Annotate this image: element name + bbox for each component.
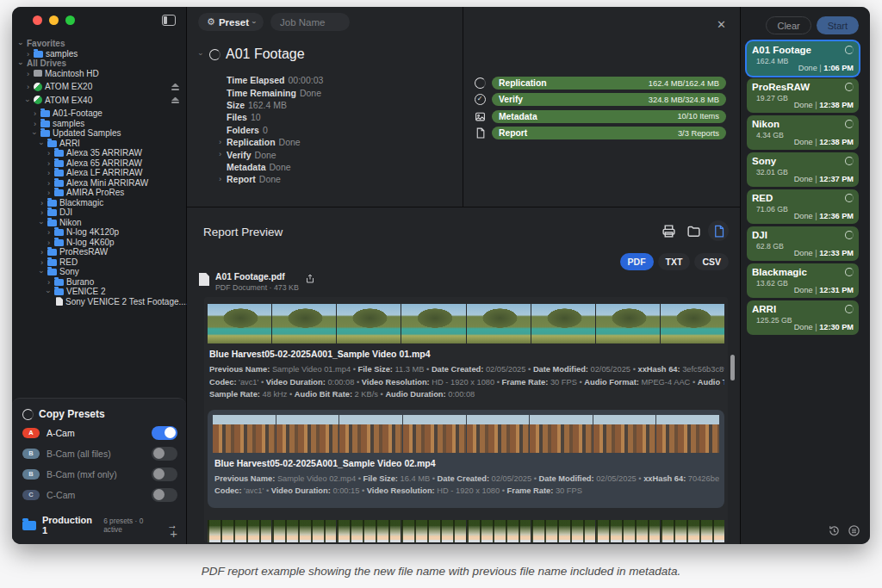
tree-item[interactable]: N-log 4K60p	[18, 238, 183, 248]
tab-pdf[interactable]: PDF	[620, 253, 654, 270]
report-file-row[interactable]: A01 Footage.pdf PDF Document · 473 KB	[199, 272, 315, 292]
add-preset-button[interactable]: +	[170, 527, 177, 540]
preset-menu-button[interactable]: ⚙ Preset ›	[198, 13, 264, 31]
job-card-a01-footage[interactable]: A01 Footage 162.4 MB Done1:06 PM	[747, 41, 859, 76]
tree-item[interactable]: RED	[18, 257, 183, 268]
detail-row-verify[interactable]: VerifyDone	[227, 148, 323, 160]
tree-item[interactable]: Sony	[18, 267, 183, 277]
tree-item[interactable]: ProResRAW	[18, 247, 183, 257]
tree-item-file[interactable]: Sony VENICE 2 Test Footage....	[18, 297, 183, 307]
file-icon	[56, 297, 63, 306]
job-name-input[interactable]	[270, 13, 350, 31]
detail-row-metadata: MetadataDone	[227, 161, 323, 173]
tree-item-atom-ex20[interactable]: ATOM EX20	[18, 82, 183, 92]
zoom-button[interactable]	[65, 15, 75, 25]
toggle-off[interactable]	[152, 447, 177, 461]
clip-block: Blue Harvest05-02-2025A001_Sample Video …	[208, 410, 724, 508]
detail-row-report[interactable]: ReportDone	[227, 173, 323, 185]
detail-row-replication[interactable]: ReplicationDone	[227, 136, 323, 148]
progress-bar: Verify324.8 MB/324.8 MB	[492, 93, 726, 106]
detail-row: Folders0	[227, 124, 323, 136]
chevron-right-icon	[39, 248, 45, 257]
menu-icon[interactable]	[848, 524, 860, 537]
tree-item[interactable]: N-log 4K120p	[18, 227, 183, 238]
job-card-sony[interactable]: Sony 32.01 GB Done12:37 PM	[747, 152, 859, 187]
report-preview-title: Report Preview	[203, 226, 283, 238]
toggle-off[interactable]	[152, 467, 177, 481]
preset-row-a-cam[interactable]: A A-Cam	[22, 424, 177, 441]
report-document-button[interactable]	[708, 220, 729, 241]
tree-item[interactable]: A01-Footage	[18, 108, 183, 119]
tree-item[interactable]: Nikon	[18, 218, 183, 228]
chevron-right-icon	[46, 149, 52, 158]
tree-item[interactable]: AMIRA ProRes	[18, 188, 183, 198]
job-card-red[interactable]: RED 71.06 GB Done12:36 PM	[747, 189, 859, 224]
progress-bar: Metadata10/10 Items	[492, 110, 726, 123]
progress-row: Report3/3 Reports	[474, 125, 726, 141]
tree-item[interactable]: ARRI	[18, 139, 183, 149]
tree-item[interactable]: samples	[18, 119, 183, 129]
tree-item[interactable]: Alexa LF ARRIRAW	[18, 168, 183, 178]
reveal-folder-button[interactable]	[683, 220, 704, 241]
tree-item-atom-ex40[interactable]: ATOM EX40	[18, 96, 183, 106]
preset-group-production[interactable]: Production 1 6 presets · 0 active →	[22, 515, 177, 535]
chevron-right-icon	[46, 179, 52, 188]
tree-item[interactable]: VENICE 2	[18, 287, 183, 297]
toggle-on[interactable]	[152, 426, 177, 440]
scrollbar-thumb[interactable]	[730, 355, 735, 381]
report-file-meta: PDF Document · 473 KB	[215, 283, 299, 292]
spinner-ring-icon	[845, 46, 854, 54]
tree-item[interactable]: Alexa 65 ARRIRAW	[18, 158, 183, 169]
close-button[interactable]	[33, 15, 42, 25]
tree-item[interactable]: Updated Samples	[18, 128, 183, 139]
job-card-dji[interactable]: DJI 62.8 GB Done12:33 PM	[747, 226, 859, 261]
preset-badge: C	[22, 490, 40, 500]
tree-item[interactable]: samples	[18, 49, 183, 59]
job-card-blackmagic[interactable]: Blackmagic 13.62 GB Done12:31 PM	[747, 263, 859, 298]
history-icon[interactable]	[828, 524, 841, 537]
tree-item[interactable]: Alexa Mini ARRIRAW	[18, 178, 183, 189]
sidebar-toggle-icon[interactable]	[162, 15, 176, 26]
job-header[interactable]: A01 Footage	[198, 46, 305, 62]
chevron-right-icon	[32, 109, 38, 118]
chevron-right-icon	[32, 120, 38, 128]
progress-bar: Report3/3 Reports	[492, 127, 726, 139]
eject-icon[interactable]	[171, 84, 179, 90]
eject-icon[interactable]	[171, 97, 179, 104]
print-button[interactable]	[658, 220, 679, 241]
tree-item-macintosh-hd[interactable]: Macintosh HD	[18, 69, 183, 79]
tree-item[interactable]: Alexa 35 ARRIRAW	[18, 148, 183, 158]
folder-icon	[54, 160, 64, 167]
tree-section-favorites[interactable]: Favorites	[18, 39, 183, 49]
tab-csv[interactable]: CSV	[694, 253, 729, 270]
pdf-preview[interactable]: Blue Harvest05-02-2025A001_Sample Video …	[204, 297, 728, 542]
main-panel: ⚙ Preset › A01 Footage Time Elapsed00:00…	[187, 7, 740, 544]
start-button[interactable]: Start	[817, 16, 859, 34]
job-card-proresraw[interactable]: ProResRAW 19.27 GB Done12:38 PM	[747, 78, 859, 113]
job-card-arri[interactable]: ARRI 125.25 GB Done12:30 PM	[747, 300, 859, 335]
chevron-right-icon	[46, 189, 52, 197]
preset-row-c-cam[interactable]: C C-Cam	[22, 486, 177, 503]
tab-txt[interactable]: TXT	[658, 253, 691, 270]
tree-section-all-drives[interactable]: All Drives	[18, 59, 183, 69]
preset-row-b-cam-all[interactable]: B B-Cam (all files)	[22, 445, 177, 461]
chevron-right-icon	[46, 278, 52, 287]
folder-icon	[47, 259, 57, 266]
report-file-name: A01 Footage.pdf	[215, 272, 299, 282]
minimize-button[interactable]	[49, 15, 59, 25]
toggle-off[interactable]	[152, 488, 177, 502]
folder-icon	[54, 279, 64, 286]
preset-row-b-cam-mxf[interactable]: B B-Cam (mxf only)	[22, 466, 177, 482]
tree-item[interactable]: DJI	[18, 207, 183, 218]
spinner-ring-icon	[845, 231, 854, 239]
chevron-right-icon	[39, 208, 45, 217]
share-icon[interactable]	[305, 273, 315, 284]
clear-button[interactable]: Clear	[766, 16, 811, 34]
tree-item[interactable]: Blackmagic	[18, 198, 183, 208]
clip-metadata-line: Codec: 'avc1'Video Duration: 0:00:08Vide…	[209, 376, 724, 389]
folder-icon	[54, 170, 64, 176]
tree-item[interactable]: Burano	[18, 277, 183, 288]
clip-metadata-line: Codec: 'avc1'Video Duration: 0:00:15Vide…	[214, 485, 719, 498]
job-card-nikon[interactable]: Nikon 4.34 GB Done12:38 PM	[747, 115, 859, 150]
close-panel-icon[interactable]: ✕	[717, 19, 726, 30]
